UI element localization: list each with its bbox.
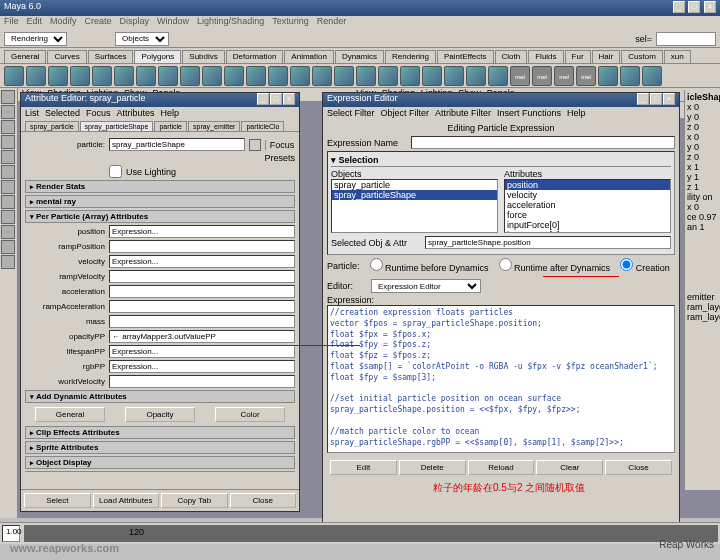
layout-tool[interactable]	[1, 255, 15, 269]
shelf-icon[interactable]	[466, 66, 486, 86]
clear-button[interactable]: Clear	[536, 460, 603, 475]
shelf-icon-mel[interactable]: mel	[576, 66, 596, 86]
section-sprite[interactable]: Sprite Attributes	[25, 441, 295, 454]
section-clip[interactable]: Clip Effects Attributes	[25, 426, 295, 439]
menu-item[interactable]: Lighting/Shading	[197, 16, 264, 30]
list-item[interactable]: spray_particle	[332, 180, 497, 190]
menu-item[interactable]: Create	[85, 16, 112, 30]
ee-titlebar[interactable]: Expression Editor _□×	[323, 93, 679, 107]
pp-input[interactable]	[109, 375, 295, 388]
ch-item[interactable]: x 0	[687, 202, 718, 212]
minimize-button[interactable]: _	[673, 1, 685, 13]
expression-textarea[interactable]: //creation expression floats particles v…	[327, 305, 675, 453]
menu-item[interactable]: File	[4, 16, 19, 30]
expression-name-input[interactable]	[411, 136, 675, 149]
ae-menu-item[interactable]: Focus	[86, 108, 111, 118]
ch-item[interactable]: ram_layer	[687, 302, 718, 312]
section-mental-ray[interactable]: mental ray	[25, 195, 295, 208]
shelf-icon[interactable]	[4, 66, 24, 86]
pp-input[interactable]	[109, 315, 295, 328]
shelf-icon[interactable]	[642, 66, 662, 86]
section-per-particle[interactable]: Per Particle (Array) Attributes	[25, 210, 295, 223]
pp-input[interactable]	[109, 360, 295, 373]
ae-tab[interactable]: spray_emitter	[188, 121, 240, 131]
edit-button[interactable]: Edit	[330, 460, 397, 475]
shelf-tab[interactable]: General	[4, 50, 46, 63]
copy-tab-button[interactable]: Copy Tab	[161, 493, 228, 508]
pp-input[interactable]	[109, 285, 295, 298]
ch-item[interactable]: x 0	[687, 132, 718, 142]
pp-input[interactable]	[109, 225, 295, 238]
lasso-tool[interactable]	[1, 105, 15, 119]
rotate-tool[interactable]	[1, 135, 15, 149]
color-button[interactable]: Color	[215, 407, 285, 422]
ch-item[interactable]: x 1	[687, 162, 718, 172]
minimize-icon[interactable]: _	[637, 93, 649, 105]
ch-item[interactable]: emitter	[687, 292, 718, 302]
shelf-icon[interactable]	[268, 66, 288, 86]
shelf-tab[interactable]: xun	[664, 50, 691, 63]
timeline[interactable]: 120	[24, 525, 718, 542]
menu-item[interactable]: Window	[157, 16, 189, 30]
shelf-icon[interactable]	[114, 66, 134, 86]
menu-item[interactable]: Edit	[27, 16, 43, 30]
pp-input-lifespan[interactable]	[109, 345, 295, 358]
channel-box[interactable]: icleShape x 0 y 0 z 0 x 0 y 0 z 0 x 1 y …	[684, 90, 720, 490]
ae-menu-item[interactable]: List	[25, 108, 39, 118]
menu-set-dropdown[interactable]: Rendering	[4, 32, 67, 46]
ae-tab[interactable]: spray_particle	[25, 121, 79, 131]
shelf-icon-mel[interactable]: mel	[554, 66, 574, 86]
menu-item[interactable]: Display	[120, 16, 150, 30]
status-cell[interactable]: 1.00	[2, 525, 20, 542]
ch-item[interactable]: y 0	[687, 142, 718, 152]
maximize-icon[interactable]: □	[650, 93, 662, 105]
layout-tool[interactable]	[1, 210, 15, 224]
ae-tab[interactable]: spray_particleShape	[80, 121, 154, 131]
ch-item[interactable]: x 0	[687, 102, 718, 112]
list-item[interactable]: acceleration	[505, 200, 670, 210]
ch-item[interactable]: z 1	[687, 182, 718, 192]
ch-item[interactable]: ram_layer	[687, 312, 718, 322]
ch-item[interactable]: an 1	[687, 222, 718, 232]
shelf-icon[interactable]	[92, 66, 112, 86]
editor-dropdown[interactable]: Expression Editor	[371, 279, 481, 293]
close-button[interactable]: Close	[605, 460, 672, 475]
delete-button[interactable]: Delete	[399, 460, 466, 475]
attribute-editor-titlebar[interactable]: Attribute Editor: spray_particle _□×	[21, 93, 299, 107]
menu-item[interactable]: Modify	[50, 16, 77, 30]
sel-obj-input[interactable]	[425, 236, 671, 249]
ch-item[interactable]: ce 0.97	[687, 212, 718, 222]
shelf-icon[interactable]	[356, 66, 376, 86]
list-item[interactable]: velocity	[505, 190, 670, 200]
ch-item[interactable]: z 0	[687, 152, 718, 162]
radio-runtime-after[interactable]: Runtime after Dynamics	[499, 258, 611, 273]
layout-tool[interactable]	[1, 225, 15, 239]
presets-button[interactable]: Presets	[264, 153, 295, 163]
shelf-icon[interactable]	[598, 66, 618, 86]
list-item[interactable]: inputForce[0]	[505, 220, 670, 230]
ae-menu-item[interactable]: Help	[161, 108, 180, 118]
select-tool[interactable]	[1, 90, 15, 104]
close-button[interactable]: Close	[230, 493, 297, 508]
shelf-tab[interactable]: Dynamics	[335, 50, 384, 63]
shelf-icon[interactable]	[48, 66, 68, 86]
shelf-tab[interactable]: Animation	[284, 50, 334, 63]
list-item[interactable]: inputForce[1]	[505, 230, 670, 233]
ee-menu-item[interactable]: Insert Functions	[497, 108, 561, 118]
ch-item[interactable]: z 0	[687, 122, 718, 132]
close-icon[interactable]: ×	[283, 93, 295, 105]
opacity-button[interactable]: Opacity	[125, 407, 195, 422]
shelf-icon[interactable]	[224, 66, 244, 86]
shelf-icon[interactable]	[312, 66, 332, 86]
shelf-tab[interactable]: Fluids	[528, 50, 563, 63]
pp-input[interactable]	[109, 300, 295, 313]
reload-button[interactable]: Reload	[468, 460, 535, 475]
shelf-icon[interactable]	[202, 66, 222, 86]
icon-button[interactable]	[249, 139, 261, 151]
shelf-tab[interactable]: Rendering	[385, 50, 436, 63]
ch-item[interactable]: ility on	[687, 192, 718, 202]
menu-item[interactable]: Render	[317, 16, 347, 30]
shelf-icon-mel[interactable]: mel	[510, 66, 530, 86]
pp-input[interactable]	[109, 270, 295, 283]
radio-creation[interactable]: Creation	[620, 258, 670, 273]
